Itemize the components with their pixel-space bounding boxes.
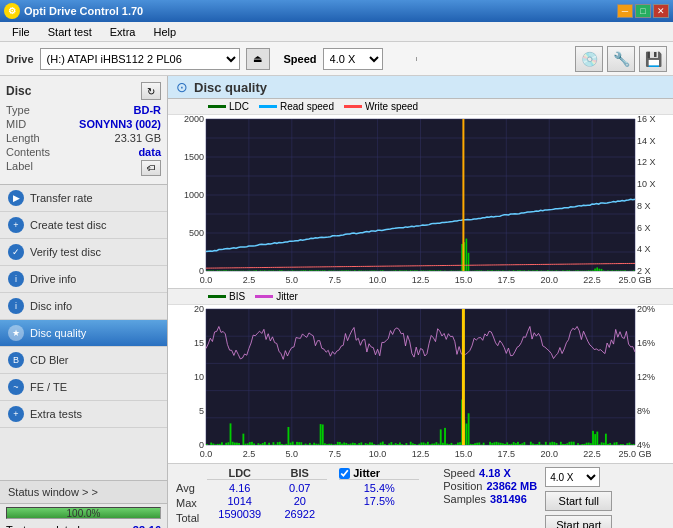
content-area: ⊙ Disc quality LDC Read speed Write spee… xyxy=(168,76,673,528)
avg-label: Avg xyxy=(176,482,199,496)
samples-row: Samples 381496 xyxy=(443,493,537,505)
sidebar-label-verify-test-disc: Verify test disc xyxy=(30,246,101,258)
settings-button[interactable]: 🔧 xyxy=(607,46,635,72)
bottom-chart-canvas xyxy=(168,305,673,463)
sidebar-item-fe-te[interactable]: ~ FE / TE xyxy=(0,374,167,401)
bis-total: 26922 xyxy=(272,508,327,520)
close-button[interactable]: ✕ xyxy=(653,4,669,18)
disc-title: Disc xyxy=(6,84,31,98)
start-full-button[interactable]: Start full xyxy=(545,491,612,511)
time-display: 33:16 xyxy=(133,524,161,528)
sidebar-label-disc-info: Disc info xyxy=(30,300,72,312)
disc-quality-icon: ★ xyxy=(8,325,24,341)
speed-select[interactable]: 4.0 X xyxy=(323,48,383,70)
status-window-button[interactable]: Status window > > xyxy=(0,481,167,504)
position-value: 23862 MB xyxy=(486,480,537,492)
disc-refresh-button[interactable]: ↻ xyxy=(141,82,161,100)
disc-length-label: Length xyxy=(6,132,40,144)
sidebar-item-cd-bler[interactable]: B CD Bler xyxy=(0,347,167,374)
speed-info: Speed 4.18 X Position 23862 MB Samples 3… xyxy=(443,467,537,505)
speed-display-value: 4.18 X xyxy=(479,467,511,479)
disc-label-button[interactable]: 🏷 xyxy=(141,160,161,176)
disc-type-label: Type xyxy=(6,104,30,116)
menu-start-test[interactable]: Start test xyxy=(40,24,100,40)
start-part-button[interactable]: Start part xyxy=(545,515,612,528)
transfer-rate-icon: ▶ xyxy=(8,190,24,206)
test-completed-row: Test completed 33:16 xyxy=(0,522,167,528)
create-test-disc-icon: + xyxy=(8,217,24,233)
bis-avg: 0.07 xyxy=(272,482,327,494)
sidebar-item-disc-info[interactable]: i Disc info xyxy=(0,293,167,320)
jitter-max: 17.5% xyxy=(339,495,419,507)
sidebar: Disc ↻ Type BD-R MID SONYNN3 (002) Lengt… xyxy=(0,76,168,528)
sidebar-item-transfer-rate[interactable]: ▶ Transfer rate xyxy=(0,185,167,212)
menu-file[interactable]: File xyxy=(4,24,38,40)
maximize-button[interactable]: □ xyxy=(635,4,651,18)
progress-bar: 100.0% xyxy=(6,507,161,519)
jitter-header-row: Jitter xyxy=(339,467,419,480)
legend-jitter-color xyxy=(255,295,273,298)
disc-mid-label: MID xyxy=(6,118,26,130)
jitter-checkbox[interactable] xyxy=(339,468,350,479)
sidebar-item-verify-test-disc[interactable]: ✓ Verify test disc xyxy=(0,239,167,266)
drive-info-icon: i xyxy=(8,271,24,287)
legend-bis-color xyxy=(208,295,226,298)
ldc-header: LDC xyxy=(207,467,272,480)
disc-header: Disc ↻ xyxy=(6,82,161,100)
toolbar-right: 💿 🔧 💾 xyxy=(575,46,667,72)
cd-bler-icon: B xyxy=(8,352,24,368)
menu-extra[interactable]: Extra xyxy=(102,24,144,40)
speed-select-stats[interactable]: 4.0 X xyxy=(545,467,600,487)
fe-te-icon: ~ xyxy=(8,379,24,395)
legend-write-speed-label: Write speed xyxy=(365,101,418,112)
samples-value: 381496 xyxy=(490,493,527,505)
eject-button[interactable]: ⏏ xyxy=(246,48,270,70)
legend-jitter-label: Jitter xyxy=(276,291,298,302)
extra-tests-icon: + xyxy=(8,406,24,422)
sidebar-item-disc-quality[interactable]: ★ Disc quality xyxy=(0,320,167,347)
total-label: Total xyxy=(176,512,199,526)
disc-mid-value: SONYNN3 (002) xyxy=(79,118,161,130)
legend-read-speed-color xyxy=(259,105,277,108)
app-title: Opti Drive Control 1.70 xyxy=(24,5,143,17)
disc-button[interactable]: 💿 xyxy=(575,46,603,72)
sidebar-label-drive-info: Drive info xyxy=(30,273,76,285)
sidebar-item-extra-tests[interactable]: + Extra tests xyxy=(0,401,167,428)
sidebar-label-disc-quality: Disc quality xyxy=(30,327,86,339)
legend-write-speed: Write speed xyxy=(344,101,418,112)
disc-length-value: 23.31 GB xyxy=(115,132,161,144)
speed-display-row: Speed 4.18 X xyxy=(443,467,537,479)
chart-title-bar: ⊙ Disc quality xyxy=(168,76,673,99)
sidebar-label-fe-te: FE / TE xyxy=(30,381,67,393)
drive-select[interactable]: (H:) ATAPI iHBS112 2 PL06 xyxy=(40,48,240,70)
menu-help[interactable]: Help xyxy=(145,24,184,40)
disc-section: Disc ↻ Type BD-R MID SONYNN3 (002) Lengt… xyxy=(0,76,167,185)
minimize-button[interactable]: ─ xyxy=(617,4,633,18)
max-label: Max xyxy=(176,497,199,511)
legend-read-speed-label: Read speed xyxy=(280,101,334,112)
main-layout: Disc ↻ Type BD-R MID SONYNN3 (002) Lengt… xyxy=(0,76,673,528)
legend-bis: BIS xyxy=(208,291,245,302)
jitter-stats-col: Jitter 15.4% 17.5% xyxy=(339,467,419,508)
sidebar-item-create-test-disc[interactable]: + Create test disc xyxy=(0,212,167,239)
legend-bis-label: BIS xyxy=(229,291,245,302)
sidebar-item-drive-info[interactable]: i Drive info xyxy=(0,266,167,293)
position-row: Position 23862 MB xyxy=(443,480,537,492)
title-bar-controls: ─ □ ✕ xyxy=(617,4,669,18)
verify-test-disc-icon: ✓ xyxy=(8,244,24,260)
sidebar-label-cd-bler: CD Bler xyxy=(30,354,69,366)
save-button[interactable]: 💾 xyxy=(639,46,667,72)
bis-max: 20 xyxy=(272,495,327,507)
bottom-chart xyxy=(168,305,673,463)
bis-stats-col: BIS 0.07 20 26922 xyxy=(272,467,327,520)
legend-read-speed: Read speed xyxy=(259,101,334,112)
legend-jitter: Jitter xyxy=(255,291,298,302)
sidebar-label-transfer-rate: Transfer rate xyxy=(30,192,93,204)
disc-mid-row: MID SONYNN3 (002) xyxy=(6,118,161,130)
legend-ldc-label: LDC xyxy=(229,101,249,112)
top-chart-canvas xyxy=(168,115,673,289)
ldc-stats-col: LDC 4.16 1014 1590039 xyxy=(207,467,272,520)
test-completed-label: Test completed xyxy=(6,524,80,528)
disc-label-row: Label 🏷 xyxy=(6,160,161,176)
title-bar-left: ⚙ Opti Drive Control 1.70 xyxy=(4,3,143,19)
